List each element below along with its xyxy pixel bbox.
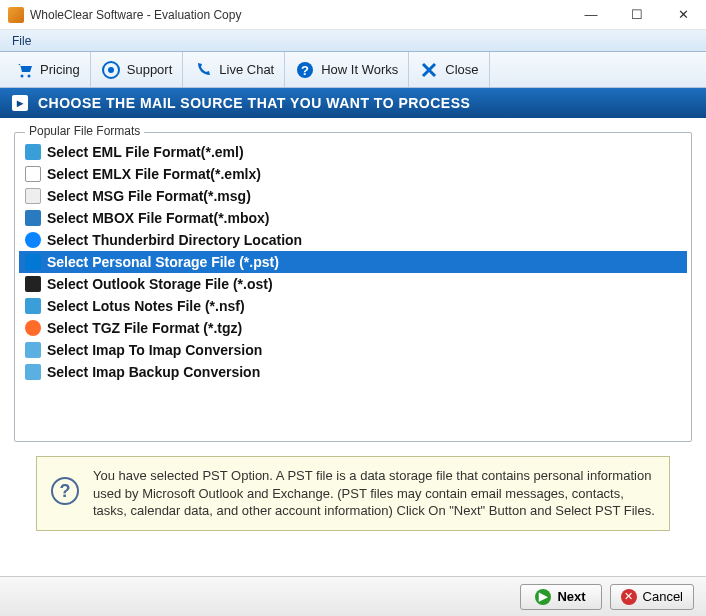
format-label: Select Lotus Notes File (*.nsf) [47,298,245,314]
format-label: Select Thunderbird Directory Location [47,232,302,248]
next-label: Next [557,589,585,604]
format-option[interactable]: Select EMLX File Format(*.emlx) [19,163,687,185]
tgz-icon [25,320,41,336]
mbox-icon [25,210,41,226]
nsf-icon [25,298,41,314]
svg-point-1 [28,74,31,77]
toolbar-livechat[interactable]: Live Chat [183,52,285,87]
info-icon: ? [51,477,79,505]
cancel-button[interactable]: ✕ Cancel [610,584,694,610]
format-label: Select Imap Backup Conversion [47,364,260,380]
banner-icon: ▸ [12,95,28,111]
menubar: File [0,30,706,52]
format-label: Select TGZ File Format (*.tgz) [47,320,242,336]
cancel-label: Cancel [643,589,683,604]
toolbar-close[interactable]: Close [409,52,489,87]
format-label: Select EMLX File Format(*.emlx) [47,166,261,182]
window-title: WholeClear Software - Evaluation Copy [30,8,568,22]
support-icon [101,60,121,80]
toolbar-support[interactable]: Support [91,52,184,87]
toolbar-pricing-label: Pricing [40,62,80,77]
close-icon [419,60,439,80]
formats-list: Select EML File Format(*.eml)Select EMLX… [19,141,687,383]
titlebar: WholeClear Software - Evaluation Copy — … [0,0,706,30]
toolbar-support-label: Support [127,62,173,77]
format-label: Select MBOX File Format(*.mbox) [47,210,269,226]
banner: ▸ CHOOSE THE MAIL SOURCE THAT YOU WANT T… [0,88,706,118]
toolbar-howitworks-label: How It Works [321,62,398,77]
svg-point-3 [108,67,114,73]
format-label: Select MSG File Format(*.msg) [47,188,251,204]
format-option[interactable]: Select Outlook Storage File (*.ost) [19,273,687,295]
imap-icon [25,342,41,358]
format-option[interactable]: Select TGZ File Format (*.tgz) [19,317,687,339]
toolbar-close-label: Close [445,62,478,77]
msg-icon [25,188,41,204]
cart-icon [14,60,34,80]
app-icon [8,7,24,23]
cancel-icon: ✕ [621,589,637,605]
footer: ▶ Next ✕ Cancel [0,576,706,616]
svg-text:?: ? [301,63,309,78]
format-option[interactable]: Select Thunderbird Directory Location [19,229,687,251]
format-label: Select EML File Format(*.eml) [47,144,244,160]
question-icon: ? [295,60,315,80]
formats-fieldset: Popular File Formats Select EML File For… [14,132,692,442]
imap-backup-icon [25,364,41,380]
svg-point-0 [21,74,24,77]
toolbar-livechat-label: Live Chat [219,62,274,77]
toolbar-pricing[interactable]: Pricing [4,52,91,87]
next-icon: ▶ [535,589,551,605]
minimize-button[interactable]: — [568,0,614,30]
format-option[interactable]: Select Imap Backup Conversion [19,361,687,383]
eml-icon [25,144,41,160]
phone-icon [193,60,213,80]
format-option[interactable]: Select MSG File Format(*.msg) [19,185,687,207]
banner-text: CHOOSE THE MAIL SOURCE THAT YOU WANT TO … [38,95,470,111]
menu-file[interactable]: File [6,32,37,50]
format-label: Select Personal Storage File (*.pst) [47,254,279,270]
info-box: ? You have selected PST Option. A PST fi… [36,456,670,531]
format-label: Select Outlook Storage File (*.ost) [47,276,273,292]
next-button[interactable]: ▶ Next [520,584,602,610]
format-label: Select Imap To Imap Conversion [47,342,262,358]
format-option[interactable]: Select MBOX File Format(*.mbox) [19,207,687,229]
close-window-button[interactable]: ✕ [660,0,706,30]
emlx-icon [25,166,41,182]
toolbar-howitworks[interactable]: ? How It Works [285,52,409,87]
format-option[interactable]: Select Imap To Imap Conversion [19,339,687,361]
pst-icon [25,254,41,270]
maximize-button[interactable]: ☐ [614,0,660,30]
format-option[interactable]: Select Personal Storage File (*.pst) [19,251,687,273]
format-option[interactable]: Select EML File Format(*.eml) [19,141,687,163]
toolbar: Pricing Support Live Chat ? How It Works… [0,52,706,88]
formats-legend: Popular File Formats [25,124,144,138]
info-text: You have selected PST Option. A PST file… [93,467,655,520]
format-option[interactable]: Select Lotus Notes File (*.nsf) [19,295,687,317]
ost-icon [25,276,41,292]
thunderbird-icon [25,232,41,248]
